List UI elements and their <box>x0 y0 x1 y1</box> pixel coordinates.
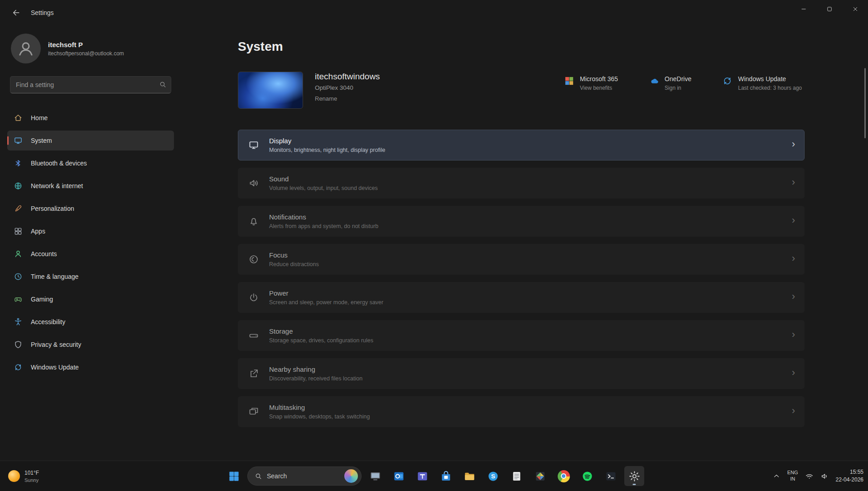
sidebar-item-apps[interactable]: Apps <box>7 221 174 241</box>
settings-row-nearby-sharing[interactable]: Nearby sharingDiscoverability, received … <box>238 358 805 389</box>
taskbar-skype-button[interactable]: S <box>483 466 503 486</box>
taskbar-notepad-button[interactable] <box>506 466 526 486</box>
power-icon <box>248 292 259 303</box>
chevron-right-icon: › <box>792 368 795 379</box>
nearby-icon <box>248 368 259 379</box>
account-name: itechsoft P <box>48 41 124 49</box>
language-indicator[interactable]: ENG IN <box>787 470 798 482</box>
sidebar-item-label: Bluetooth & devices <box>31 160 87 167</box>
search-icon <box>159 81 167 88</box>
taskbar-search[interactable]: Search <box>247 467 362 486</box>
row-title: Notifications <box>269 213 378 221</box>
region-code: IN <box>787 476 798 482</box>
update-icon <box>722 76 733 86</box>
quicklink-title: OneDrive <box>665 75 691 83</box>
row-title: Power <box>269 289 383 297</box>
maximize-button[interactable] <box>816 0 842 18</box>
quicklink-microsoft-365[interactable]: Microsoft 365View benefits <box>564 75 618 91</box>
ms-logo-icon <box>564 76 574 86</box>
close-icon <box>853 6 858 12</box>
sidebar-item-home[interactable]: Home <box>7 108 174 128</box>
settings-row-storage[interactable]: StorageStorage space, drives, configurat… <box>238 320 805 351</box>
search-highlight-image <box>344 469 358 483</box>
row-subtitle: Alerts from apps and system, do not dist… <box>269 223 378 229</box>
accessibility-icon <box>14 317 23 326</box>
multitask-icon <box>248 406 259 417</box>
settings-row-power[interactable]: PowerScreen and sleep, power mode, energ… <box>238 282 805 313</box>
sidebar-item-gaming[interactable]: Gaming <box>7 289 174 309</box>
taskbar-search-label: Search <box>267 472 287 480</box>
start-button[interactable] <box>224 466 244 486</box>
chevron-right-icon: › <box>792 406 795 418</box>
chevron-right-icon: › <box>792 177 795 189</box>
rename-button[interactable]: Rename <box>315 95 380 102</box>
taskbar-terminal-button[interactable] <box>601 466 621 486</box>
window-title: Settings <box>31 9 54 16</box>
tray-overflow-button[interactable] <box>772 472 781 480</box>
settings-row-notifications[interactable]: NotificationsAlerts from apps and system… <box>238 206 805 237</box>
search-icon <box>255 472 262 480</box>
minimize-button[interactable] <box>791 0 816 18</box>
taskbar-outlook-button[interactable] <box>389 466 409 486</box>
system-tray: ENG IN 15:55 22-04-2026 <box>772 461 863 491</box>
search-input[interactable] <box>10 76 171 93</box>
sidebar-item-label: Personalization <box>31 205 74 212</box>
sidebar-item-bluetooth-devices[interactable]: Bluetooth & devices <box>7 153 174 173</box>
quicklink-windows-update[interactable]: Windows UpdateLast checked: 3 hours ago <box>722 75 802 91</box>
sidebar-item-system[interactable]: System <box>7 131 174 151</box>
device-header: itechsoftwindows OptiPlex 3040 Rename Mi… <box>238 72 805 109</box>
taskbar-teams-button[interactable] <box>412 466 432 486</box>
scrollbar[interactable] <box>864 68 866 138</box>
taskbar-pc-button[interactable] <box>365 466 385 486</box>
settings-row-display[interactable]: DisplayMonitors, brightness, night light… <box>238 130 805 160</box>
row-title: Storage <box>269 327 373 335</box>
taskbar-store-button[interactable] <box>436 466 456 486</box>
windows-logo-icon <box>228 470 240 482</box>
close-button[interactable] <box>842 0 868 18</box>
taskbar-settings-button[interactable] <box>624 466 644 486</box>
sidebar-item-privacy-security[interactable]: Privacy & security <box>7 335 174 355</box>
update-icon <box>14 363 23 372</box>
sidebar-item-label: System <box>31 137 52 144</box>
home-icon <box>14 113 23 122</box>
row-title: Sound <box>269 175 378 183</box>
row-subtitle: Screen and sleep, power mode, energy sav… <box>269 299 383 306</box>
clock[interactable]: 15:55 22-04-2026 <box>836 468 863 484</box>
teams-icon <box>416 470 429 482</box>
taskbar-file-explorer-button[interactable] <box>459 466 479 486</box>
taskbar-chrome-button[interactable] <box>554 466 574 486</box>
sidebar-item-label: Network & internet <box>31 182 83 190</box>
quicklink-subtitle: View benefits <box>580 85 618 91</box>
titlebar: Settings <box>0 0 868 25</box>
weather-temp: 101°F <box>24 470 39 476</box>
settings-row-sound[interactable]: SoundVolume levels, output, input, sound… <box>238 168 805 199</box>
sidebar-item-windows-update[interactable]: Windows Update <box>7 357 174 377</box>
sidebar-item-accessibility[interactable]: Accessibility <box>7 312 174 332</box>
sidebar-item-time-language[interactable]: Time & language <box>7 267 174 287</box>
quicklink-title: Microsoft 365 <box>580 75 618 83</box>
chevron-right-icon: › <box>792 253 795 265</box>
sidebar-item-label: Privacy & security <box>31 341 81 348</box>
personalization-icon <box>14 204 23 213</box>
taskbar-photos-button[interactable] <box>530 466 550 486</box>
bluetooth-icon <box>14 159 23 168</box>
settings-row-focus[interactable]: FocusReduce distractions› <box>238 244 805 275</box>
sidebar-item-network-internet[interactable]: Network & internet <box>7 176 174 196</box>
taskbar-spotify-button[interactable] <box>577 466 597 486</box>
taskbar: 101°F Sunny Search S ENG IN <box>0 461 868 491</box>
settings-row-multitasking[interactable]: MultitaskingSnap windows, desktops, task… <box>238 396 805 427</box>
sidebar-item-accounts[interactable]: Accounts <box>7 244 174 264</box>
sidebar-item-personalization[interactable]: Personalization <box>7 199 174 219</box>
notepad-icon <box>511 470 523 482</box>
account-profile[interactable]: itechsoft P itechsoftpersonal@outlook.co… <box>11 34 174 63</box>
row-subtitle: Volume levels, output, input, sound devi… <box>269 185 378 191</box>
sidebar-item-label: Home <box>31 114 48 122</box>
notifications-icon <box>248 216 259 227</box>
volume-icon[interactable] <box>820 472 829 481</box>
quicklink-onedrive[interactable]: OneDriveSign in <box>649 75 691 91</box>
row-title: Multitasking <box>269 403 370 411</box>
weather-widget[interactable]: 101°F Sunny <box>5 461 43 491</box>
avatar <box>11 34 41 63</box>
wifi-icon[interactable] <box>805 472 814 481</box>
back-button[interactable] <box>8 5 24 21</box>
